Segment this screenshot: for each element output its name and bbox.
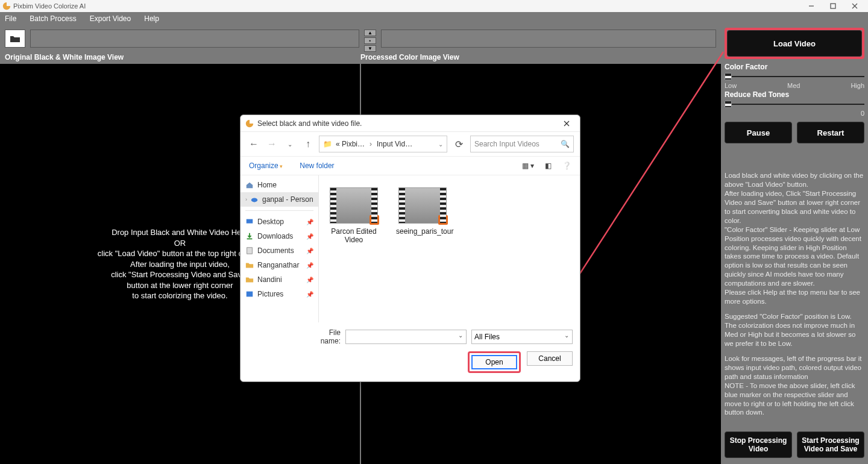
dialog-toolbar: Organize New folder ▦ ▾ ◧ ❔ xyxy=(241,156,580,175)
open-button[interactable]: Open xyxy=(471,355,517,369)
step-down-icon[interactable]: ▼ xyxy=(364,45,376,52)
close-icon xyxy=(564,121,570,127)
sidebar-pictures[interactable]: Pictures📌 xyxy=(241,287,318,301)
step-mid-icon[interactable]: ▪ xyxy=(364,37,376,44)
cloud-icon xyxy=(250,195,259,204)
svg-rect-9 xyxy=(247,248,253,254)
pictures-icon xyxy=(245,290,254,298)
nav-recent-button[interactable]: ⌄ xyxy=(283,137,297,151)
maximize-button[interactable] xyxy=(822,0,844,12)
sidebar-ranganathar[interactable]: Ranganathar📌 xyxy=(241,258,318,272)
nav-forward-button[interactable]: → xyxy=(265,137,279,151)
minimize-button[interactable] xyxy=(800,0,822,12)
new-folder-button[interactable]: New folder xyxy=(300,161,334,170)
info-text: Load black and white video by clicking o… xyxy=(725,171,864,423)
dialog-nav: ← → ⌄ ↑ 📁 « Pixbi… Input Vid… ⟳ Search I… xyxy=(241,132,580,156)
dialog-title: Select black and white video file. xyxy=(257,119,362,128)
input-path-field[interactable] xyxy=(30,30,359,48)
app-logo-icon xyxy=(2,2,11,10)
load-video-button[interactable]: Load Video xyxy=(727,30,862,57)
sidebar-item-label: Home xyxy=(257,181,277,189)
folder-open-icon xyxy=(10,34,20,43)
restart-button[interactable]: Restart xyxy=(797,122,864,143)
cf-low-label: Low xyxy=(725,82,737,89)
filetype-select[interactable]: All Files xyxy=(471,330,573,344)
filename-label: File name: xyxy=(307,328,341,345)
open-button-highlight: Open xyxy=(468,351,521,373)
start-processing-button[interactable]: Start Processing Video and Save xyxy=(797,431,864,458)
menubar: File Batch Process Export Video Help xyxy=(0,12,868,25)
open-folder-button[interactable] xyxy=(5,30,25,48)
dialog-close-button[interactable] xyxy=(558,115,575,132)
file-name: Parcon Edited Video xyxy=(327,227,380,244)
help-button[interactable]: ❔ xyxy=(562,161,571,170)
menu-export-video[interactable]: Export Video xyxy=(87,13,134,24)
pin-icon: 📌 xyxy=(306,262,313,269)
load-video-highlight: Load Video xyxy=(725,28,864,59)
sidebar-item-label: Nandini xyxy=(257,275,282,284)
view-mode-button[interactable]: ▦ ▾ xyxy=(522,161,534,170)
filename-input[interactable] xyxy=(345,330,467,344)
sidebar-personal[interactable]: ›ganpal - Person xyxy=(241,192,318,207)
desktop-icon xyxy=(245,218,254,226)
crumb-dropdown-icon[interactable] xyxy=(437,140,443,148)
sidebar-home[interactable]: Home xyxy=(241,178,318,192)
file-name: seeing_paris_tour xyxy=(396,227,449,236)
reduce-red-max: 0 xyxy=(861,110,864,117)
stop-processing-button[interactable]: Stop Processing Video xyxy=(725,431,792,458)
reduce-red-slider[interactable] xyxy=(725,99,864,110)
output-path-field[interactable] xyxy=(381,30,716,48)
dialog-sidebar: Home ›ganpal - Person Desktop📌 Downloads… xyxy=(241,175,319,322)
dialog-logo-icon xyxy=(245,119,254,128)
download-icon xyxy=(245,232,254,240)
pin-icon: 📌 xyxy=(306,219,313,225)
dialog-titlebar: Select black and white video file. xyxy=(241,115,580,132)
svg-rect-10 xyxy=(247,292,253,297)
nav-up-button[interactable]: ↑ xyxy=(301,137,315,151)
sidebar-downloads[interactable]: Downloads📌 xyxy=(241,229,318,243)
sidebar-nandini[interactable]: Nandini📌 xyxy=(241,272,318,287)
video-thumbnail: ▶ xyxy=(330,187,378,224)
search-input[interactable]: Search Input Videos 🔍 xyxy=(470,136,574,152)
file-item[interactable]: ▶ seeing_paris_tour xyxy=(396,187,449,236)
preview-pane-button[interactable]: ◧ xyxy=(545,161,552,170)
pin-icon: 📌 xyxy=(306,291,313,298)
crumb-segment[interactable]: Input Vid… xyxy=(377,140,412,148)
step-up-icon[interactable]: ▲ xyxy=(364,30,376,36)
refresh-button[interactable]: ⟳ xyxy=(451,136,467,152)
pause-button[interactable]: Pause xyxy=(725,122,792,143)
menu-file[interactable]: File xyxy=(2,13,19,24)
breadcrumb[interactable]: 📁 « Pixbi… Input Vid… xyxy=(319,136,447,152)
sidebar-item-label: Desktop xyxy=(257,218,284,226)
menu-help[interactable]: Help xyxy=(142,13,162,24)
home-icon xyxy=(245,181,254,189)
cf-high-label: High xyxy=(851,82,864,89)
svg-rect-1 xyxy=(831,4,835,8)
search-icon: 🔍 xyxy=(561,140,570,148)
organize-menu[interactable]: Organize xyxy=(249,161,283,170)
play-badge-icon: ▶ xyxy=(438,215,448,225)
color-factor-slider[interactable] xyxy=(725,71,864,82)
nav-back-button[interactable]: ← xyxy=(247,137,261,151)
menu-batch-process[interactable]: Batch Process xyxy=(27,13,78,24)
reduce-red-label: Reduce Red Tones xyxy=(725,90,864,99)
pin-icon: 📌 xyxy=(306,233,313,240)
folder-icon: 📁 xyxy=(323,140,332,148)
color-factor-label: Color Factor xyxy=(725,63,864,71)
processed-view-label: Processed Color Image View xyxy=(360,52,716,64)
dialog-footer: File name: All Files Open Cancel xyxy=(241,322,580,381)
close-button[interactable] xyxy=(844,0,866,12)
file-item[interactable]: ▶ Parcon Edited Video xyxy=(327,187,380,244)
info-line: Load black and white video by clicking o… xyxy=(725,172,863,188)
sidebar-documents[interactable]: Documents📌 xyxy=(241,243,318,258)
file-list[interactable]: ▶ Parcon Edited Video ▶ seeing_paris_tou… xyxy=(319,175,580,322)
frame-stepper[interactable]: ▲ ▪ ▼ xyxy=(364,30,376,48)
svg-rect-8 xyxy=(247,219,253,224)
cancel-button[interactable]: Cancel xyxy=(527,351,573,366)
crumb-segment[interactable]: « Pixbi… xyxy=(336,140,365,148)
app-title: Pixbim Video Colorize AI xyxy=(13,2,86,10)
pin-icon: 📌 xyxy=(306,277,313,283)
sidebar-desktop[interactable]: Desktop📌 xyxy=(241,215,318,229)
original-view-label: Original Black & White Image View xyxy=(5,52,360,64)
search-placeholder: Search Input Videos xyxy=(474,140,539,148)
